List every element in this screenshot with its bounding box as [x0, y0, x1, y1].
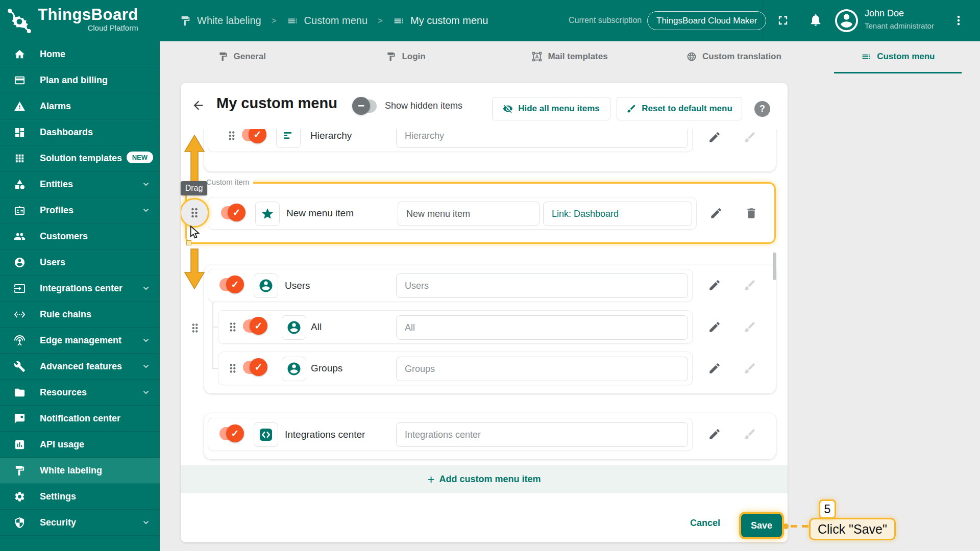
reset-brush-icon-disabled: [742, 129, 758, 145]
account-circle-icon[interactable]: [254, 273, 278, 298]
sidebar-item-notification-center[interactable]: Notification center: [0, 406, 160, 432]
edit-pencil-icon[interactable]: [708, 205, 724, 221]
sidebar-item-dashboards[interactable]: Dashboards: [0, 119, 160, 145]
sidebar-item-rule-chains[interactable]: Rule chains: [0, 302, 160, 328]
help-icon[interactable]: ?: [754, 101, 770, 117]
group-drag-handle-icon[interactable]: [188, 321, 202, 335]
drag-handle-icon[interactable]: [225, 129, 238, 142]
sidebar-item-home[interactable]: Home: [0, 41, 160, 67]
chevron-down-icon: [141, 283, 151, 293]
sidebar-item-settings[interactable]: Settings: [0, 484, 160, 510]
save-button[interactable]: Save: [741, 514, 782, 537]
edit-pencil-icon[interactable]: [706, 426, 723, 442]
visibility-toggle[interactable]: [221, 206, 243, 219]
breadcrumb-white-labeling[interactable]: White labeling: [180, 15, 261, 27]
custom-item-drag-handle[interactable]: [181, 198, 209, 228]
tab-custom-translation[interactable]: Custom translation: [652, 41, 816, 72]
notifications-bell-icon[interactable]: [808, 13, 823, 27]
sidebar-item-users[interactable]: Users: [0, 249, 160, 276]
add-custom-menu-item-button[interactable]: + Add custom menu item: [181, 465, 788, 493]
button-label: Add custom menu item: [439, 474, 541, 485]
paint-roller-icon: [218, 52, 228, 62]
tab-login[interactable]: Login: [324, 41, 487, 72]
visibility-toggle[interactable]: [243, 319, 265, 333]
account-circle-icon[interactable]: [282, 357, 306, 381]
tools-icon: [14, 361, 26, 372]
edit-pencil-icon[interactable]: [706, 319, 723, 335]
tab-mail-templates[interactable]: Mail templates: [488, 41, 652, 72]
edit-pencil-icon[interactable]: [706, 360, 723, 377]
sidebar-item-alarms[interactable]: Alarms: [0, 93, 160, 119]
menu-item-name-input[interactable]: [396, 129, 688, 148]
sidebar-item-white-labeling[interactable]: White labeling: [0, 458, 160, 484]
tab-general[interactable]: General: [160, 41, 324, 72]
account-circle-icon[interactable]: [282, 315, 306, 340]
apps-icon: [14, 153, 26, 164]
sidebar-item-plan-and-billing[interactable]: Plan and billing: [0, 67, 160, 93]
hide-all-menu-items-button[interactable]: Hide all menu items: [492, 97, 610, 120]
menu-item-name-input[interactable]: [398, 202, 540, 226]
more-vert-icon[interactable]: [951, 13, 966, 28]
badge-icon: [14, 205, 26, 216]
drag-handle-icon[interactable]: [226, 320, 239, 334]
logo-subtitle: Cloud Platform: [87, 23, 138, 32]
menu-group-users: Users All Groups: [204, 265, 776, 393]
white-labeling-tabs: General Login Mail templates Custom tran…: [160, 41, 980, 72]
fullscreen-icon[interactable]: [776, 13, 790, 28]
visibility-toggle[interactable]: [243, 361, 265, 374]
visibility-toggle[interactable]: [219, 278, 242, 291]
thingsboard-logo[interactable]: ThingsBoard Cloud Platform: [6, 6, 138, 35]
breadcrumb-my-custom-menu[interactable]: My custom menu: [393, 15, 488, 27]
menu-item-link-field[interactable]: Link: Dashboard: [543, 202, 692, 226]
sidebar-item-solution-templates[interactable]: Solution templates NEW: [0, 145, 160, 171]
menu-item-name-input[interactable]: [396, 315, 688, 340]
brush-icon: [626, 104, 636, 114]
sidebar-item-entities[interactable]: Entities: [0, 171, 160, 197]
new-badge: NEW: [127, 152, 153, 163]
sidebar-item-resources[interactable]: Resources: [0, 380, 160, 406]
visibility-toggle[interactable]: [242, 129, 264, 141]
star-icon[interactable]: [255, 202, 280, 226]
paint-roller-icon: [386, 52, 396, 62]
sidebar-item-security[interactable]: Security: [0, 510, 160, 536]
annotation-step-number: 5: [819, 499, 836, 519]
menu-item-name-input[interactable]: [396, 357, 688, 381]
sidebar-item-edge-management[interactable]: Edge management: [0, 328, 160, 354]
delete-trash-icon[interactable]: [743, 205, 760, 221]
user-avatar[interactable]: [835, 9, 858, 32]
people-icon: [14, 231, 26, 242]
sidebar-item-profiles[interactable]: Profiles: [0, 197, 160, 223]
category-icon: [14, 179, 26, 190]
sidebar-item-integrations-center[interactable]: Integrations center: [0, 276, 160, 302]
breadcrumb-separator: >: [272, 16, 277, 26]
drag-handle-icon[interactable]: [226, 362, 239, 375]
hierarchy-sort-icon[interactable]: [276, 129, 301, 148]
sidebar-item-api-usage[interactable]: API usage: [0, 432, 160, 458]
edit-pencil-icon[interactable]: [706, 277, 723, 293]
reset-brush-icon-disabled: [742, 360, 758, 377]
breadcrumb-custom-menu[interactable]: Custom menu: [287, 15, 368, 27]
visibility-toggle[interactable]: [219, 427, 242, 440]
drag-handle-icon: [187, 206, 202, 220]
sidebar-item-advanced-features[interactable]: Advanced features: [0, 354, 160, 380]
breadcrumb-separator: >: [378, 16, 383, 26]
scrollbar-thumb[interactable]: [773, 253, 776, 280]
show-hidden-toggle[interactable]: [354, 99, 377, 113]
sidebar-item-label: Plan and billing: [40, 75, 108, 86]
top-header: ThingsBoard Cloud Platform White labelin…: [0, 0, 980, 41]
menu-item-name-input[interactable]: [396, 273, 688, 298]
sidebar-item-customers[interactable]: Customers: [0, 223, 160, 249]
back-arrow-icon[interactable]: [191, 98, 205, 112]
reset-to-default-button[interactable]: Reset to default menu: [617, 97, 742, 120]
cancel-button[interactable]: Cancel: [690, 518, 720, 529]
menu-item-name-input[interactable]: [396, 422, 688, 447]
integrations-center-icon[interactable]: [254, 422, 278, 447]
tab-label: Mail templates: [548, 52, 607, 62]
integrations-icon: [14, 283, 26, 294]
tab-custom-menu[interactable]: Custom menu: [816, 41, 980, 72]
breadcrumb-label: My custom menu: [410, 15, 488, 27]
edit-pencil-icon[interactable]: [706, 129, 723, 145]
shield-icon: [14, 517, 26, 529]
reset-brush-icon-disabled: [742, 426, 758, 442]
user-name: John Doe: [865, 8, 904, 19]
